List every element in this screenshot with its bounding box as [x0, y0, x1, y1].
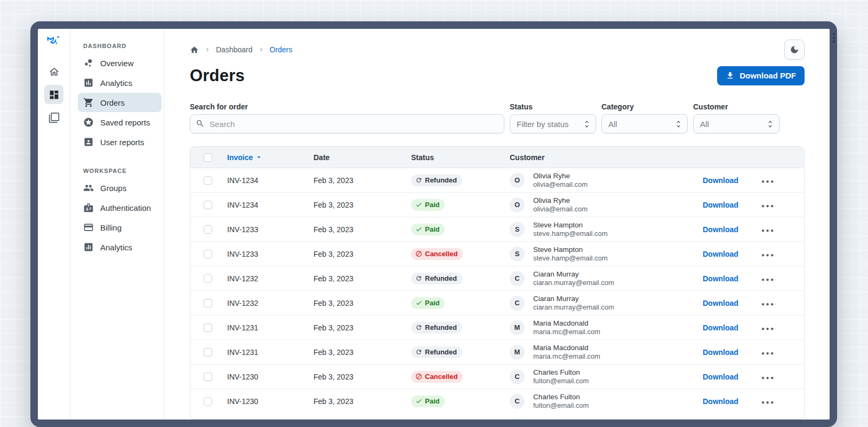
id-badge-icon	[83, 202, 94, 213]
download-link[interactable]: Download	[703, 274, 738, 283]
star-circle-icon	[83, 117, 94, 128]
sidebar-item-label: Analytics	[100, 78, 132, 88]
row-menu-button[interactable]: ●●●	[761, 178, 775, 184]
windows-icon	[49, 112, 60, 123]
row-checkbox[interactable]	[204, 201, 212, 209]
avatar: C	[510, 394, 525, 409]
orders-table: Invoice Date Status Customer INV-1234Feb…	[190, 146, 805, 420]
row-checkbox[interactable]	[204, 225, 212, 234]
status-chip-label: Paid	[425, 397, 439, 405]
download-link[interactable]: Download	[703, 299, 738, 307]
row-checkbox[interactable]	[204, 176, 212, 185]
refresh-icon	[415, 349, 422, 355]
avatar: M	[510, 320, 525, 335]
customer-name: Maria Macdonald	[533, 319, 600, 328]
breadcrumb: Dashboard Orders	[190, 45, 292, 54]
rail-button-dashboard-grid-icon[interactable]	[44, 85, 63, 104]
refresh-icon	[415, 275, 422, 282]
cell-date: Feb 3, 2023	[314, 274, 411, 283]
row-menu-button[interactable]: ●●●	[761, 399, 775, 405]
row-checkbox[interactable]	[204, 274, 212, 283]
cell-date: Feb 3, 2023	[314, 201, 411, 209]
status-filter-select[interactable]: Filter by status	[510, 114, 596, 133]
breadcrumb-dashboard[interactable]: Dashboard	[216, 45, 253, 54]
home-icon	[49, 66, 60, 77]
download-link[interactable]: Download	[703, 176, 738, 185]
row-checkbox[interactable]	[204, 323, 212, 332]
assessment-icon	[83, 242, 94, 252]
category-filter-select[interactable]: All	[601, 114, 688, 133]
download-link[interactable]: Download	[703, 250, 738, 258]
cell-invoice: INV-1232	[227, 274, 314, 283]
sidebar-item-user-reports[interactable]: User reports	[78, 132, 162, 152]
rail-button-home-icon[interactable]	[44, 62, 63, 81]
cell-invoice: INV-1234	[227, 176, 314, 185]
sidebar-item-groups[interactable]: Groups	[78, 178, 162, 197]
sidebar-item-label: Orders	[100, 98, 125, 107]
theme-toggle-button[interactable]	[784, 39, 805, 60]
column-header-invoice[interactable]: Invoice	[227, 153, 314, 162]
status-chip-label: Cancelled	[425, 373, 457, 381]
cell-invoice: INV-1231	[227, 323, 314, 332]
cell-date: Feb 3, 2023	[314, 250, 411, 258]
table-row: INV-1233Feb 3, 2023PaidSSteve Hamptonste…	[190, 217, 804, 241]
download-link[interactable]: Download	[703, 201, 738, 209]
customer-filter-label: Customer	[693, 102, 779, 111]
moon-icon	[790, 45, 799, 54]
row-menu-button[interactable]: ●●●	[761, 301, 775, 307]
home-icon[interactable]	[190, 45, 199, 54]
sidebar-item-orders[interactable]: Orders	[78, 93, 162, 112]
download-link[interactable]: Download	[703, 373, 738, 381]
row-menu-button[interactable]: ●●●	[761, 350, 775, 356]
avatar: C	[510, 271, 525, 286]
dashboard-grid-icon	[49, 89, 60, 100]
download-link[interactable]: Download	[703, 323, 738, 332]
table-header: Invoice Date Status Customer	[190, 147, 804, 168]
status-chip-label: Refunded	[425, 274, 457, 282]
sidebar-item-overview[interactable]: Overview	[78, 53, 162, 73]
sidebar-item-saved-reports[interactable]: Saved reports	[78, 113, 162, 132]
download-link[interactable]: Download	[703, 397, 738, 406]
table-row: INV-1234Feb 3, 2023RefundedOOlivia Ryheo…	[190, 168, 804, 192]
download-link[interactable]: Download	[703, 348, 738, 357]
sidebar-item-label: User reports	[100, 138, 144, 147]
table-row: INV-1231Feb 3, 2023RefundedMMaria Macdon…	[190, 315, 804, 339]
sidebar-item-billing[interactable]: Billing	[78, 218, 162, 237]
sidebar-item-analytics[interactable]: Analytics	[78, 238, 162, 257]
row-checkbox[interactable]	[204, 397, 212, 406]
select-all-checkbox[interactable]	[204, 153, 212, 162]
row-menu-button[interactable]: ●●●	[761, 252, 775, 258]
cell-invoice: INV-1233	[227, 250, 314, 258]
status-chip: Refunded	[411, 273, 462, 284]
download-link[interactable]: Download	[703, 225, 738, 234]
status-chip: Paid	[411, 297, 445, 309]
row-checkbox[interactable]	[204, 299, 212, 307]
row-menu-button[interactable]: ●●●	[761, 203, 775, 209]
row-checkbox[interactable]	[204, 250, 212, 258]
credit-card-icon	[83, 222, 94, 233]
row-menu-button[interactable]: ●●●	[761, 375, 775, 381]
customer-name: Charles Fulton	[533, 368, 589, 377]
row-checkbox[interactable]	[204, 348, 212, 357]
refresh-icon	[415, 177, 422, 184]
row-menu-button[interactable]: ●●●	[761, 227, 775, 233]
scrollbar-thumb[interactable]	[833, 33, 835, 43]
status-chip-label: Refunded	[425, 323, 457, 331]
status-chip: Refunded	[411, 175, 462, 186]
download-pdf-button[interactable]: Download PDF	[717, 66, 805, 85]
sidebar-section-label: DASHBOARD	[83, 43, 157, 49]
row-menu-button[interactable]: ●●●	[761, 276, 775, 282]
row-menu-button[interactable]: ●●●	[761, 326, 775, 331]
sidebar-item-authentication[interactable]: Authentication	[78, 198, 162, 217]
search-input[interactable]	[190, 114, 504, 133]
status-chip-label: Cancelled	[425, 250, 457, 258]
sidebar-item-analytics[interactable]: Analytics	[78, 73, 162, 92]
search-icon	[196, 119, 205, 128]
row-checkbox[interactable]	[204, 373, 212, 381]
rail-button-windows-icon[interactable]	[44, 108, 63, 127]
check-icon	[415, 398, 422, 405]
avatar: C	[510, 296, 525, 311]
customer-filter-select[interactable]: All	[693, 114, 779, 133]
chevron-right-icon	[204, 46, 211, 53]
customer-name: Ciaran Murray	[533, 270, 614, 279]
